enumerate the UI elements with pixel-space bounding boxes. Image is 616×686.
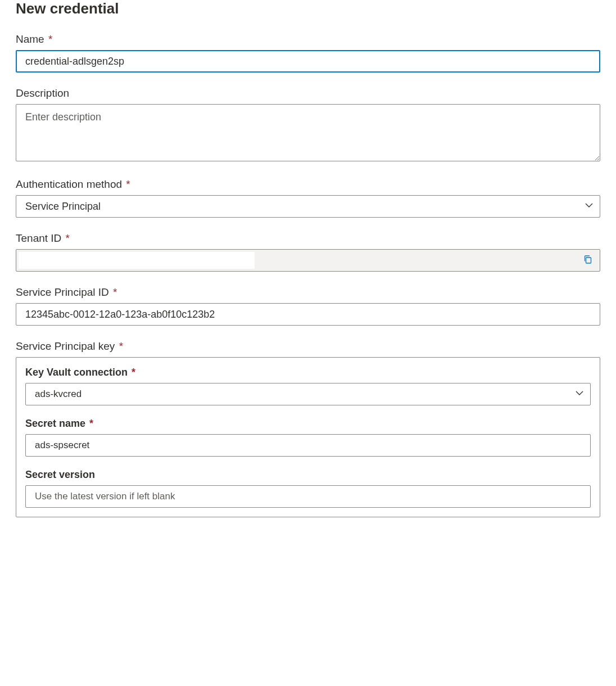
sp-key-group: Key Vault connection * ads-kvcred Secret… [16,357,600,517]
tenant-id-input[interactable] [19,252,255,269]
secret-name-label-text: Secret name [25,418,85,429]
auth-method-select-display: Service Principal [16,195,600,218]
description-textarea[interactable] [16,104,600,161]
kv-connection-select[interactable]: ads-kvcred [25,383,591,405]
copy-button[interactable] [581,252,595,269]
tenant-id-label: Tenant ID * [16,232,600,245]
kv-connection-field: Key Vault connection * ads-kvcred [25,367,591,405]
auth-method-select[interactable]: Service Principal [16,195,600,218]
secret-name-field: Secret name * [25,418,591,457]
kv-connection-select-display: ads-kvcred [25,383,591,405]
name-label-text: Name [16,33,44,45]
auth-method-label: Authentication method * [16,178,600,191]
tenant-id-field: Tenant ID * [16,232,600,272]
sp-key-heading: Service Principal key * [16,340,600,353]
required-star-icon: * [89,418,93,429]
description-label-text: Description [16,87,69,99]
required-star-icon: * [126,178,130,190]
svg-rect-0 [586,258,591,263]
kv-connection-selected-value: ads-kvcred [35,389,81,400]
required-star-icon: * [66,232,70,244]
secret-name-input[interactable] [25,434,591,457]
secret-version-field: Secret version [25,469,591,508]
name-label: Name * [16,33,600,46]
auth-method-selected-value: Service Principal [25,201,101,213]
auth-method-label-text: Authentication method [16,178,122,190]
tenant-id-label-text: Tenant ID [16,232,61,244]
required-star-icon: * [132,367,135,378]
required-star-icon: * [113,286,117,298]
required-star-icon: * [48,33,52,45]
page-title: New credential [16,0,600,17]
kv-connection-label: Key Vault connection * [25,367,591,378]
secret-version-label: Secret version [25,469,591,481]
sp-id-field: Service Principal ID * [16,286,600,326]
name-field: Name * [16,33,600,73]
sp-id-label: Service Principal ID * [16,286,600,299]
name-input[interactable] [16,50,600,73]
auth-method-field: Authentication method * Service Principa… [16,178,600,218]
sp-key-section: Service Principal key * Key Vault connec… [16,340,600,517]
description-field: Description [16,87,600,164]
kv-connection-label-text: Key Vault connection [25,367,128,378]
secret-name-label: Secret name * [25,418,591,430]
sp-key-heading-text: Service Principal key [16,340,115,352]
secret-version-label-text: Secret version [25,469,95,480]
tenant-id-input-wrap [16,249,600,272]
sp-id-input[interactable] [16,303,600,326]
secret-version-input[interactable] [25,485,591,508]
description-label: Description [16,87,600,100]
copy-icon [583,255,593,267]
required-star-icon: * [119,340,123,352]
sp-id-label-text: Service Principal ID [16,286,109,298]
